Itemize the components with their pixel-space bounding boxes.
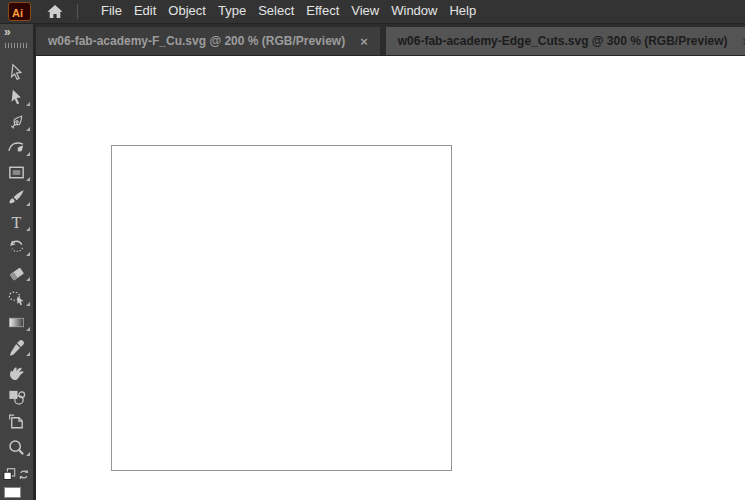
eraser-tool-button[interactable] (0, 260, 33, 285)
fill-color-swatch[interactable] (4, 487, 21, 498)
tab-close-icon[interactable]: × (360, 35, 368, 48)
hand-tool-icon (7, 363, 26, 382)
menu-item-object[interactable]: Object (162, 0, 212, 24)
document-tab-bar: w06-fab-academy-F_Cu.svg @ 200 % (RGB/Pr… (36, 24, 745, 56)
document-tab-f-cu[interactable]: w06-fab-academy-F_Cu.svg @ 200 % (RGB/Pr… (36, 27, 380, 55)
svg-text:T: T (12, 214, 22, 231)
zoom-tool-icon (7, 438, 26, 457)
rotate-tool-icon (7, 238, 26, 257)
flyout-indicator (26, 177, 30, 181)
type-tool-icon: T (7, 213, 26, 232)
menu-item-view[interactable]: View (345, 0, 385, 24)
menu-item-help[interactable]: Help (443, 0, 482, 24)
artboard[interactable] (111, 145, 452, 471)
direct-selection-tool-icon (7, 88, 26, 107)
paintbrush-tool-button[interactable] (0, 185, 33, 210)
selection-tool-icon (7, 63, 26, 82)
shape-builder-tool-icon (7, 388, 26, 407)
flyout-indicator (26, 127, 30, 131)
gradient-tool-button[interactable] (0, 310, 33, 335)
eraser-tool-icon (7, 263, 26, 282)
toolbar: » (0, 24, 36, 500)
curvature-tool-icon (7, 138, 26, 157)
illustrator-window: Ai File Edit Object Type Select Effect V… (0, 0, 745, 500)
type-tool-button[interactable]: T (0, 210, 33, 235)
app-logo-text: Ai (12, 8, 23, 19)
flyout-indicator (26, 202, 30, 206)
rectangle-tool-icon (7, 163, 26, 182)
rectangle-tool-button[interactable] (0, 160, 33, 185)
hand-tool-button[interactable] (0, 360, 33, 385)
flyout-indicator (26, 227, 30, 231)
artboard-tool-button[interactable] (0, 410, 33, 435)
home-button[interactable] (44, 2, 66, 22)
toolbar-collapse-button[interactable]: » (0, 24, 33, 40)
canvas[interactable] (36, 56, 745, 500)
toolbar-grip-handle[interactable] (5, 43, 28, 48)
selection-tool-button[interactable] (0, 60, 33, 85)
flyout-indicator (26, 352, 30, 356)
shaper-tool-button[interactable] (0, 285, 33, 310)
flyout-indicator (26, 452, 30, 456)
document-tab-title: w06-fab-academy-Edge_Cuts.svg @ 300 % (R… (398, 34, 728, 48)
shaper-tool-icon (7, 288, 26, 307)
menu-item-select[interactable]: Select (252, 0, 300, 24)
menu-item-file[interactable]: File (95, 0, 128, 24)
flyout-indicator (26, 302, 30, 306)
menu-item-edit[interactable]: Edit (128, 0, 162, 24)
flyout-indicator (26, 327, 30, 331)
fill-stroke-icon[interactable] (2, 466, 17, 483)
menu-item-effect[interactable]: Effect (300, 0, 345, 24)
menu-bar: Ai File Edit Object Type Select Effect V… (0, 0, 745, 24)
menu-item-type[interactable]: Type (212, 0, 252, 24)
flyout-indicator (26, 252, 30, 256)
eyedropper-tool-icon (7, 338, 26, 357)
gradient-tool-icon (7, 313, 26, 332)
document-tab-title: w06-fab-academy-F_Cu.svg @ 200 % (RGB/Pr… (48, 34, 345, 48)
pen-tool-button[interactable] (0, 110, 33, 135)
artboard-tool-icon (7, 413, 26, 432)
pen-tool-icon (7, 113, 26, 132)
eyedropper-tool-button[interactable] (0, 335, 33, 360)
rotate-tool-button[interactable] (0, 235, 33, 260)
flyout-indicator (26, 102, 30, 106)
curvature-tool-button[interactable] (0, 135, 33, 160)
menu-items: File Edit Object Type Select Effect View… (95, 0, 482, 24)
swap-fill-stroke-icon[interactable] (17, 467, 31, 482)
menubar-divider (77, 4, 78, 19)
fill-stroke-controls (0, 463, 33, 485)
document-area: w06-fab-academy-F_Cu.svg @ 200 % (RGB/Pr… (36, 24, 745, 500)
zoom-tool-button[interactable] (0, 435, 33, 460)
direct-selection-tool-button[interactable] (0, 85, 33, 110)
document-tab-edge-cuts[interactable]: w06-fab-academy-Edge_Cuts.svg @ 300 % (R… (386, 27, 745, 55)
home-icon (45, 3, 65, 21)
flyout-indicator (26, 152, 30, 156)
flyout-indicator (26, 277, 30, 281)
paintbrush-tool-icon (7, 188, 26, 207)
shape-builder-tool-button[interactable] (0, 385, 33, 410)
menu-item-window[interactable]: Window (385, 0, 443, 24)
app-logo: Ai (8, 2, 31, 21)
